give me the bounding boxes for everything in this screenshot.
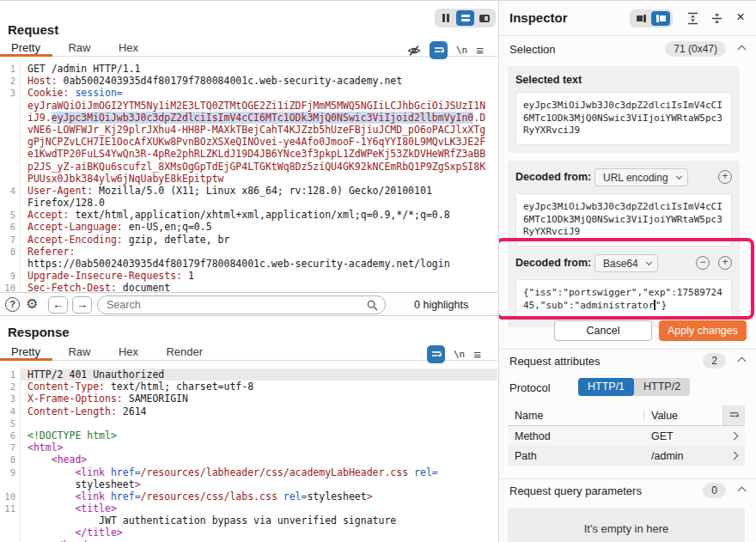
add-decode-layer-icon[interactable]: +	[718, 256, 732, 270]
table-row[interactable]: Path /admin	[508, 446, 745, 466]
hide-eye-icon[interactable]	[407, 44, 421, 58]
divider	[499, 478, 756, 479]
line-number	[0, 124, 21, 136]
cancel-button[interactable]: Cancel	[554, 320, 652, 341]
request-editor[interactable]: 1GET /admin HTTP/1.12Host: 0ab5002403935…	[0, 58, 497, 292]
selection-section-header[interactable]: Selection 71 (0x47)	[509, 43, 747, 60]
code-line: https://0ab5002403935d4f80179f780084001c…	[0, 258, 497, 270]
add-decode-layer-icon[interactable]: +	[718, 170, 732, 184]
line-number: 4	[0, 185, 21, 197]
help-icon[interactable]: ?	[5, 297, 20, 312]
code-text: User-Agent: Mozilla/5.0 (X11; Linux x86_…	[21, 185, 497, 197]
decoded-url-value[interactable]: eyJpc3MiOiJwb3J0c3dpZ2dlciIsImV4cCI 6MTc…	[515, 193, 732, 247]
tab-request-pretty[interactable]: Pretty	[0, 40, 52, 57]
chevron-down-icon	[676, 174, 682, 180]
attribute-value: /admin	[643, 450, 722, 462]
forward-button[interactable]: →	[72, 296, 92, 314]
tab-response-raw[interactable]: Raw	[56, 344, 102, 361]
remove-decode-layer-icon[interactable]: −	[696, 256, 710, 270]
line-number: 6	[0, 429, 21, 442]
tabs-layout-icon[interactable]	[475, 10, 494, 26]
line-number: 9	[0, 466, 21, 478]
rows-layout-icon[interactable]	[456, 10, 475, 26]
code-line: 7<html>	[0, 442, 497, 454]
code-line: </title>	[0, 527, 497, 539]
close-icon[interactable]: ×	[736, 9, 745, 26]
code-text: iJ9.eyJpc3MiOiJwb3J0c3dpZ2dlciIsImV4cCI6…	[21, 112, 497, 124]
code-text: p2JS_yZ-aiBKQu6scufzl_8XMsOgGpTdEjGP4LTG…	[21, 161, 497, 173]
columns-layout-icon[interactable]	[436, 10, 455, 26]
tab-request-hex[interactable]: Hex	[107, 40, 150, 57]
decoded-base64-card: Decoded from: Base64 − + {"iss":"portswi…	[508, 247, 740, 327]
line-number: 8	[0, 454, 21, 466]
selected-text-value[interactable]: eyJpc3MiOiJwb3J0c3dpZ2dlciIsImV4cCI 6MTc…	[515, 92, 732, 145]
line-number	[0, 478, 21, 490]
decoded-base64-value[interactable]: {"iss":"portswigger","exp":17589724 45,"…	[515, 279, 732, 320]
protocol-http2-button[interactable]: HTTP/2	[634, 378, 690, 396]
code-line: 5Accept: text/html,application/xhtml+xml…	[0, 209, 497, 221]
inspector-title: Inspector	[509, 10, 568, 25]
line-number: 10	[0, 282, 21, 292]
editor-menu-icon[interactable]: ≡	[476, 46, 484, 55]
inspector-expanded-view-icon[interactable]	[651, 11, 670, 26]
line-number: 11	[0, 502, 21, 515]
tab-response-pretty[interactable]: Pretty	[0, 344, 52, 361]
table-wrap-icon[interactable]	[722, 405, 745, 425]
request-attributes-badge: 2	[703, 353, 726, 368]
query-parameters-label: Request query parameters	[509, 484, 642, 497]
back-button[interactable]: ←	[48, 296, 68, 314]
code-text: eyJraWQiOiJmOGI2YTM5Ny1iM2E3LTQ0ZTMtOGE2…	[21, 100, 497, 112]
line-number: 8	[0, 246, 21, 258]
encoding-dropdown[interactable]: Base64	[594, 254, 658, 272]
search-input[interactable]	[107, 297, 356, 313]
encoding-dropdown[interactable]: URL encoding	[594, 168, 688, 186]
code-text: gPjNCPZvLCH7IE1OocAfXUKw8PvnBOzXSXeQINOv…	[21, 136, 497, 148]
code-line: 2Host: 0ab5002403935d4f80179f780084001c.…	[0, 75, 497, 87]
query-parameters-header[interactable]: Request query parameters 0	[509, 484, 747, 502]
line-number: 1	[0, 63, 21, 75]
tab-response-render[interactable]: Render	[154, 344, 215, 361]
settings-gear-icon[interactable]: ⚙	[26, 295, 38, 312]
newline-toggle-icon[interactable]: \n	[456, 45, 467, 56]
line-number	[0, 148, 21, 160]
expand-all-icon[interactable]	[686, 12, 699, 25]
editor-menu-icon[interactable]: ≡	[473, 350, 481, 359]
code-text: https://0ab5002403935d4f80179f780084001c…	[21, 258, 497, 270]
line-number: 4	[0, 405, 21, 417]
response-editor[interactable]: 1HTTP/2 401 Unauthorized2Content-Type: t…	[0, 362, 497, 542]
apply-changes-button[interactable]: Apply changes	[659, 320, 747, 341]
chevron-up-icon[interactable]	[738, 357, 747, 366]
tab-response-hex[interactable]: Hex	[107, 344, 150, 361]
selected-text-card: Selected text eyJpc3MiOiJwb3J0c3dpZ2dlci…	[508, 66, 740, 153]
request-attributes-table: Name Value Method GET Path /admin	[508, 405, 745, 466]
newline-toggle-icon[interactable]: \n	[454, 349, 465, 360]
request-attributes-header[interactable]: Request attributes 2	[509, 355, 747, 372]
tab-request-raw[interactable]: Raw	[56, 40, 102, 57]
decoded-from-label: Decoded from:	[515, 171, 591, 183]
chevron-right-icon[interactable]	[722, 433, 745, 439]
code-line: 10 <link href=/resources/css/labs.css re…	[0, 490, 497, 502]
chevron-up-icon[interactable]	[738, 487, 747, 496]
code-text: PUUsx0Jbk384ylw6jNqUabyE8kEpitptw	[21, 173, 497, 185]
code-text: <html>	[21, 442, 497, 454]
inspector-collapsed-view-icon[interactable]	[631, 11, 650, 26]
chevron-right-icon[interactable]	[722, 453, 745, 459]
line-number	[0, 161, 21, 173]
line-number: 5	[0, 417, 21, 429]
code-line: 3Cookie: session=	[0, 87, 497, 99]
chevron-up-icon[interactable]	[738, 46, 747, 54]
line-number	[0, 100, 21, 112]
line-number: 12	[0, 539, 21, 542]
query-parameters-badge: 0	[703, 483, 726, 498]
soft-wrap-icon[interactable]	[427, 345, 445, 363]
table-row[interactable]: Method GET	[508, 426, 745, 446]
code-line: 3X-Frame-Options: SAMEORIGIN	[0, 393, 497, 405]
inspector-titlebar: Inspector ×	[499, 1, 756, 36]
code-text: X-Frame-Options: SAMEORIGIN	[21, 393, 497, 405]
message-editor-pane: Request Pretty Raw Hex \n ≡ 1GET /admin …	[0, 1, 497, 542]
protocol-http1-button[interactable]: HTTP/1	[578, 378, 634, 396]
collapse-all-icon[interactable]	[710, 12, 723, 25]
soft-wrap-icon[interactable]	[430, 41, 448, 59]
line-number	[0, 173, 21, 185]
code-text: e1KwdTP20FuLS4YwQn3R-4pRe2phRLZKLdJ19D4J…	[21, 148, 497, 160]
